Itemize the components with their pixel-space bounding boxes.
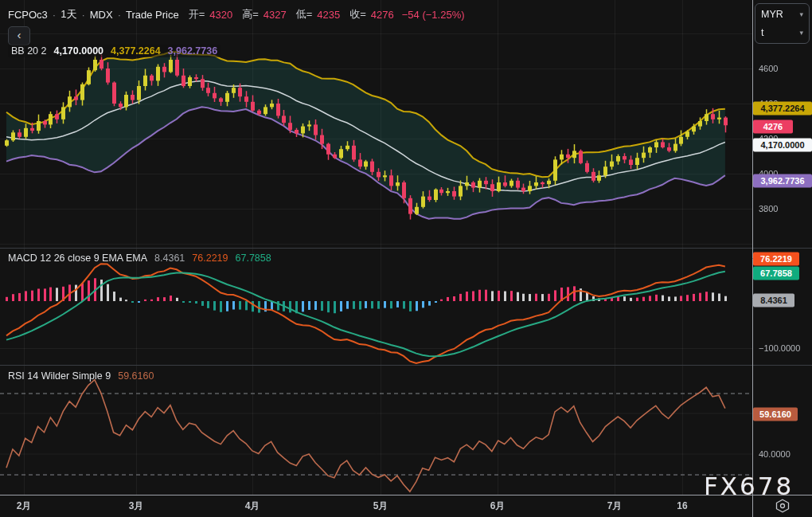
interval[interactable]: 1天 (61, 7, 76, 22)
time-tick: 6月 (490, 499, 506, 513)
rsi-legend: RSI 14 Wilder Simple 9 59.6160 (8, 370, 154, 382)
back-button[interactable]: ‹ (8, 26, 30, 45)
bb-legend: BB 20 2 4,170.0000 4,377.2264 3,962.7736 (8, 45, 221, 57)
time-tick: 4月 (245, 499, 260, 513)
low-label: 低= (296, 7, 313, 22)
back-icon: ‹ (18, 28, 21, 41)
macd-line-label: 76.2219 (753, 253, 799, 266)
exchange: MDX (90, 9, 113, 21)
time-scale[interactable]: 2月3月4月5月6月7月16 (0, 495, 812, 517)
time-tick: 3月 (129, 499, 144, 513)
bb-upper-price-label: 4,377.2264 (753, 102, 812, 116)
macd-legend: MACD 12 26 close 9 EMA EMA 8.4361 76.221… (8, 253, 271, 264)
separator-dot: · (81, 9, 84, 21)
bb-basis-value: 4,170.0000 (53, 45, 103, 57)
last-price-label: 4276 (753, 120, 793, 134)
high-label: 高= (242, 7, 259, 22)
bb-title: BB 20 2 (11, 45, 46, 57)
high-value: 4327 (264, 9, 287, 21)
macd-hist-value: 8.4361 (154, 253, 185, 264)
change-value: −54 (−1.25%) (402, 9, 465, 21)
macd-line-value: 76.2219 (192, 253, 228, 264)
separator-dot: · (53, 9, 56, 21)
rsi-title: RSI 14 Wilder Simple 9 (8, 370, 111, 382)
scale-unit-box: MYR ▾ t ▾ (755, 3, 810, 44)
unit-dropdown[interactable]: t ▾ (755, 25, 809, 41)
bb-upper-value: 4,377.2264 (111, 45, 161, 57)
price-scale[interactable]: 46004400420040003800−100.000040.00004,37… (753, 0, 812, 517)
bb-basis-price-label: 4,170.0000 (753, 139, 812, 152)
macd-title: MACD 12 26 close 9 EMA EMA (8, 253, 147, 264)
macd-tick: −100.0000 (759, 343, 800, 353)
time-tick: 16 (677, 500, 687, 511)
unit-value: t (761, 27, 763, 38)
time-tick: 7月 (607, 499, 623, 513)
macd-hist-label: 8.4361 (753, 294, 794, 307)
time-tick: 2月 (17, 499, 32, 513)
time-tick: 5月 (373, 499, 388, 513)
close-label: 收= (349, 7, 366, 22)
symbol-name[interactable]: FCPOc3 (8, 9, 48, 21)
open-value: 4320 (209, 9, 232, 21)
rsi-value-label: 59.6160 (753, 408, 798, 421)
symbol-header: FCPOc3 · 1天 · MDX · Trade Price 开=4320 高… (8, 7, 465, 22)
watermark: FX678 (704, 472, 794, 500)
bb-lower-price-label: 3,962.7736 (753, 174, 812, 188)
macd-signal-value: 67.7858 (236, 253, 271, 264)
chevron-down-icon: ▾ (799, 29, 803, 37)
currency-dropdown[interactable]: MYR ▾ (755, 6, 809, 22)
bb-lower-value: 3,962.7736 (168, 45, 218, 57)
currency-value: MYR (761, 9, 783, 20)
series-type: Trade Price (126, 9, 179, 21)
low-value: 4235 (317, 9, 340, 21)
chart-app: FCPOc3 · 1天 · MDX · Trade Price 开=4320 高… (0, 0, 812, 517)
price-tick: 4600 (759, 64, 778, 73)
open-label: 开= (189, 7, 205, 22)
rsi-value: 59.6160 (118, 370, 154, 382)
chevron-down-icon: ▾ (799, 10, 803, 18)
rsi-tick: 40.0000 (759, 449, 791, 459)
macd-signal-label: 67.7858 (753, 267, 799, 280)
separator-dot: · (118, 9, 121, 21)
close-value: 4276 (371, 9, 394, 21)
price-tick: 3800 (759, 204, 778, 213)
